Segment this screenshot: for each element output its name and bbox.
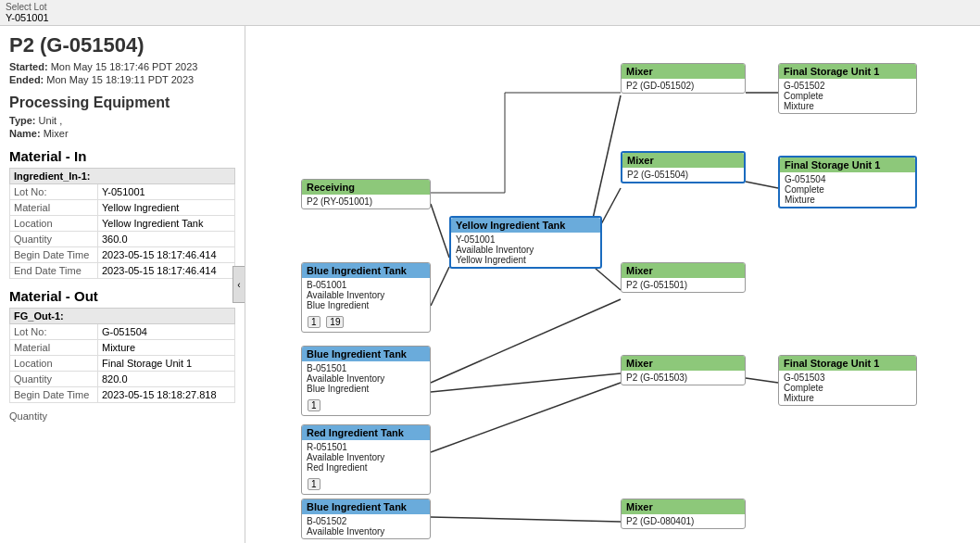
svg-line-6 <box>431 373 621 392</box>
row-label: Begin Date Time <box>10 247 98 263</box>
row-value: 2023-05-15 18:18:27.818 <box>98 387 235 403</box>
ended-line: Ended: Mon May 15 18:19:11 PDT 2023 <box>9 74 235 85</box>
table-row: LocationYellow Ingredient Tank <box>10 216 235 232</box>
left-panel: P2 (G-051504) Started: Mon May 15 18:17:… <box>0 26 245 543</box>
mixer-2-body: P2 (G-051504) <box>622 168 744 182</box>
row-label: End Date Time <box>10 263 98 279</box>
top-bar: Select Lot Y-051001 <box>0 0 980 26</box>
material-out-title: Material - Out <box>9 288 235 304</box>
mixer-5-body: P2 (GD-080401) <box>622 514 745 528</box>
final-storage-1-body: G-051502CompleteMixture <box>779 79 916 113</box>
row-value: 360.0 <box>98 232 235 247</box>
table-row: Lot No:Y-051001 <box>10 184 235 200</box>
mixer-1-node[interactable]: Mixer P2 (GD-051502) <box>621 63 746 94</box>
name-value: Mixer <box>44 128 69 139</box>
final-storage-1-header: Final Storage Unit 1 <box>779 64 916 79</box>
started-line: Started: Mon May 15 18:17:46 PDT 2023 <box>9 61 235 72</box>
final-storage-3-body: G-051503CompleteMixture <box>779 371 916 405</box>
row-value: Mixture <box>98 340 235 356</box>
collapse-button[interactable]: ‹ <box>232 266 245 303</box>
receiving-node[interactable]: Receiving P2 (RY-051001) <box>301 179 431 209</box>
blue-tank-2-header: Blue Ingredient Tank <box>302 347 430 361</box>
blue-tank-2-node[interactable]: Blue Ingredient Tank B-051501Available I… <box>301 346 431 416</box>
lot-value: Y-051001 <box>6 12 974 23</box>
red-tank-header: Red Ingredient Tank <box>302 425 430 440</box>
select-lot-label: Select Lot <box>6 2 974 12</box>
type-label: Type: <box>9 115 39 126</box>
svg-line-10 <box>746 182 778 188</box>
mixer-5-node[interactable]: Mixer P2 (GD-080401) <box>621 499 746 529</box>
svg-line-11 <box>746 378 778 383</box>
row-value: Yellow Ingredient Tank <box>98 216 235 232</box>
final-storage-1-node[interactable]: Final Storage Unit 1 G-051502CompleteMix… <box>778 63 917 114</box>
svg-line-8 <box>431 517 621 522</box>
blue-tank-1-header: Blue Ingredient Tank <box>302 263 430 278</box>
processing-equipment-title: Processing Equipment <box>9 95 235 111</box>
mixer-1-header: Mixer <box>622 64 745 79</box>
right-panel[interactable]: Receiving P2 (RY-051001) Yellow Ingredie… <box>245 26 980 543</box>
row-value: Y-051001 <box>98 184 235 200</box>
table-row: MaterialMixture <box>10 340 235 356</box>
blue-tank-1-badges: 1 19 <box>302 312 430 332</box>
final-storage-2-node[interactable]: Final Storage Unit 1 G-051504CompleteMix… <box>778 156 917 208</box>
material-in-table: Ingredient_In-1: Lot No:Y-051001 Materia… <box>9 168 235 279</box>
svg-line-5 <box>431 299 621 383</box>
table-row: Lot No:G-051504 <box>10 324 235 340</box>
table-row: Begin Date Time2023-05-15 18:17:46.414 <box>10 247 235 263</box>
svg-line-7 <box>431 383 621 452</box>
blue-tank-1-body: B-051001Available InventoryBlue Ingredie… <box>302 278 430 312</box>
table-row: Quantity360.0 <box>10 232 235 247</box>
material-in-group-name: Ingredient_In-1: <box>10 169 235 184</box>
badge-1: 1 <box>308 316 320 328</box>
badge-1c: 1 <box>308 478 320 490</box>
main-container: P2 (G-051504) Started: Mon May 15 18:17:… <box>0 26 980 543</box>
mixer-2-header: Mixer <box>622 153 744 168</box>
mixer-5-header: Mixer <box>622 499 745 514</box>
blue-tank-3-node[interactable]: Blue Ingredient Tank B-051502Available I… <box>301 499 431 539</box>
material-in-group-header: Ingredient_In-1: <box>10 169 235 184</box>
blue-tank-1-node[interactable]: Blue Ingredient Tank B-051001Available I… <box>301 262 431 333</box>
material-out-group-name: FG_Out-1: <box>10 309 235 324</box>
mixer-2-node[interactable]: Mixer P2 (G-051504) <box>621 151 746 183</box>
table-row: MaterialYellow Ingredient <box>10 200 235 216</box>
blue-tank-2-badges: 1 <box>302 396 430 415</box>
row-label: Lot No: <box>10 184 98 200</box>
final-storage-3-node[interactable]: Final Storage Unit 1 G-051503CompleteMix… <box>778 355 917 406</box>
svg-line-1 <box>431 267 449 306</box>
material-out-table: FG_Out-1: Lot No:G-051504 MaterialMixtur… <box>9 308 235 403</box>
row-value: 2023-05-15 18:17:46.414 <box>98 263 235 279</box>
started-value: Mon May 15 18:17:46 PDT 2023 <box>51 61 198 72</box>
mixer-1-body: P2 (GD-051502) <box>622 79 745 93</box>
row-label: Material <box>10 340 98 356</box>
page-title: P2 (G-051504) <box>9 33 235 57</box>
svg-line-0 <box>431 204 449 258</box>
mixer-4-header: Mixer <box>622 356 745 371</box>
started-label: Started: <box>9 61 51 72</box>
graph-area: Receiving P2 (RY-051001) Yellow Ingredie… <box>245 26 980 543</box>
red-tank-body: R-051501Available InventoryRed Ingredien… <box>302 440 430 474</box>
row-value: 2023-05-15 18:17:46.414 <box>98 247 235 263</box>
name-label: Name: <box>9 128 44 139</box>
type-line: Type: Unit , <box>9 115 235 126</box>
row-label: Quantity <box>10 372 98 387</box>
final-storage-2-body: G-051504CompleteMixture <box>780 172 915 207</box>
final-storage-2-header: Final Storage Unit 1 <box>780 158 915 172</box>
yellow-tank-header: Yellow Ingredient Tank <box>451 218 600 233</box>
row-label: Location <box>10 216 98 232</box>
name-line: Name: Mixer <box>9 128 235 139</box>
red-tank-node[interactable]: Red Ingredient Tank R-051501Available In… <box>301 424 431 495</box>
final-storage-3-header: Final Storage Unit 1 <box>779 356 916 371</box>
mixer-3-node[interactable]: Mixer P2 (G-051501) <box>621 262 746 293</box>
ended-label: Ended: <box>9 74 46 85</box>
row-label: Begin Date Time <box>10 387 98 403</box>
type-value: Unit , <box>39 115 63 126</box>
table-row: Quantity820.0 <box>10 372 235 387</box>
yellow-tank-node[interactable]: Yellow Ingredient Tank Y-051001Available… <box>449 216 602 269</box>
row-value: G-051504 <box>98 324 235 340</box>
receiving-body: P2 (RY-051001) <box>302 195 430 208</box>
mixer-4-node[interactable]: Mixer P2 (G-051503) <box>621 355 746 385</box>
row-label: Quantity <box>10 232 98 247</box>
mixer-3-body: P2 (G-051501) <box>622 278 745 292</box>
table-row: End Date Time2023-05-15 18:17:46.414 <box>10 263 235 279</box>
row-value: Final Storage Unit 1 <box>98 356 235 372</box>
